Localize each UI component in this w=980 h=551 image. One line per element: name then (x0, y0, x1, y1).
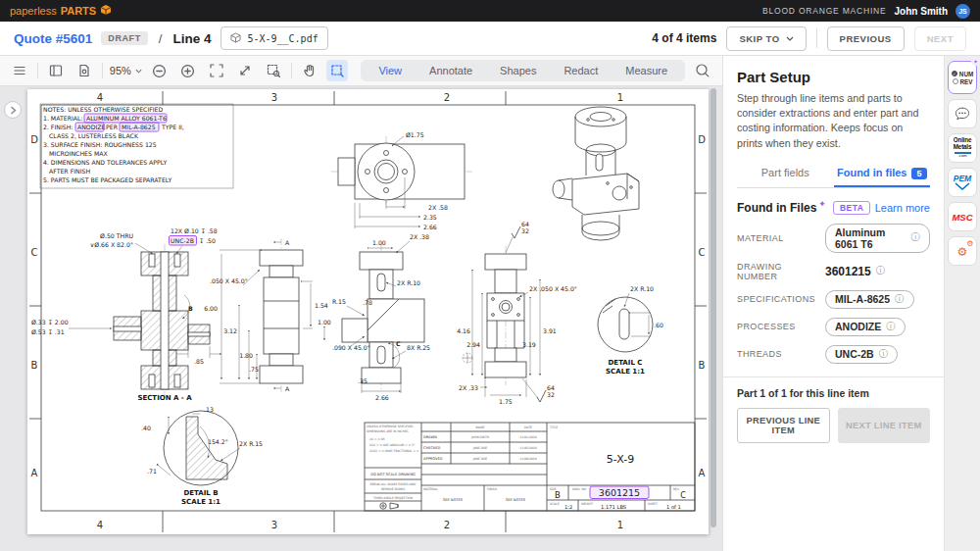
zoom-in-icon[interactable] (177, 60, 199, 81)
dim-label: 2X .050 X 45.0° (529, 285, 577, 292)
view-scale: SCALE 1:1 (606, 368, 645, 376)
marquee-zoom-icon[interactable] (263, 60, 284, 81)
previous-button[interactable]: PREVIOUS (827, 26, 905, 51)
learn-more-link[interactable]: Learn more (875, 202, 930, 214)
dim-label: 1.80 (239, 352, 253, 359)
tab-measure[interactable]: Measure (612, 65, 681, 76)
zoom-out-icon[interactable] (149, 60, 171, 81)
process-pill[interactable]: ANODIZE ⓘ (825, 318, 906, 336)
search-icon[interactable] (692, 60, 713, 81)
weight-value: 1.171 LBS (601, 504, 626, 510)
resize-diagonal-icon[interactable] (234, 60, 256, 81)
dim-label: Ø.50 THRU (100, 232, 133, 239)
zoom-level-value: 95% (110, 65, 131, 76)
quote-link[interactable]: Quote #5601 (14, 31, 92, 46)
chat-button[interactable] (948, 99, 977, 128)
msc-logo: MSC (952, 212, 972, 223)
tab-view[interactable]: View (365, 65, 416, 76)
specification-pill[interactable]: MIL-A-8625 ⓘ (825, 290, 914, 309)
zone-label: C (31, 247, 38, 258)
value-text: 3601215 (825, 265, 871, 278)
tab-found-in-files[interactable]: Found in files5 (834, 161, 931, 187)
dim-label: 1.75 (499, 398, 513, 405)
tab-part-fields[interactable]: Part fields (737, 161, 834, 187)
zone-label: 2 (444, 520, 450, 530)
beta-badge: BETA (833, 201, 871, 215)
tab-annotate[interactable]: Annotate (416, 65, 486, 76)
zone-label: 2 (444, 92, 450, 103)
info-icon[interactable]: ⓘ (895, 293, 905, 306)
tb-text: SEE NOTES (443, 498, 464, 502)
extracted-term[interactable]: ANODIZE (77, 124, 106, 130)
viewer-canvas[interactable]: 4 3 2 1 4 3 2 1 D C B A D C B A (0, 86, 722, 551)
num-rev-toggle[interactable]: ✦ ✓NUM REV (948, 61, 977, 94)
zone-label: D (30, 134, 38, 145)
rev-radio[interactable]: REV (953, 78, 973, 85)
drawing-sheet: 4 3 2 1 4 3 2 1 D C B A D C B A (27, 89, 709, 534)
num-radio[interactable]: ✓NUM (952, 71, 973, 77)
zoom-level-dropdown[interactable]: 95% (110, 65, 142, 76)
info-icon[interactable]: ⓘ (911, 231, 921, 244)
info-icon[interactable]: ⓘ (876, 265, 886, 277)
avatar[interactable]: JS (956, 4, 970, 19)
dim-label: .35 (358, 377, 368, 384)
drawing-page[interactable]: 4 3 2 1 4 3 2 1 D C B A D C B A (27, 89, 709, 534)
extracted-drawing-number[interactable]: 3601215 (599, 487, 640, 498)
page-settings-icon[interactable] (74, 60, 95, 81)
user-name[interactable]: John Smith (895, 6, 948, 17)
dim-label: .78 (363, 299, 372, 306)
extracted-term[interactable]: MIL-A-8625 (122, 124, 156, 130)
finish-mark: 64 (521, 221, 529, 227)
detail-c-view: 2X R.10 .60 DETAIL C SCALE 1:1 (598, 285, 663, 376)
extracted-term[interactable]: ALUMINUM ALLOY 6061-T6 (86, 115, 167, 122)
radio-unchecked-icon (953, 78, 958, 84)
menu-icon[interactable] (9, 60, 30, 81)
chat-bubble-icon (955, 107, 970, 121)
field-row-threads: THREADS UNC-2B ⓘ (737, 345, 930, 364)
info-icon[interactable]: ⓘ (886, 321, 896, 333)
paperless-parts-logo[interactable]: paperlessPARTS (10, 2, 112, 20)
zone-label: B (31, 360, 38, 371)
found-in-files-header: Found in Files (737, 201, 816, 215)
panel-expander-button[interactable] (4, 101, 22, 119)
tb-text: SEE NOTES (506, 498, 526, 502)
tb-text: JANE DOE (472, 446, 488, 450)
tb-text: FINISH (487, 487, 497, 491)
notes-block: NOTES: UNLESS OTHERWISE SPECIFIED 1. MAT… (40, 104, 233, 188)
pan-hand-icon[interactable] (299, 60, 320, 81)
skip-to-button[interactable]: SKIP TO (726, 26, 806, 51)
page-panel-icon[interactable] (45, 60, 67, 81)
finish-mark: 32 (521, 227, 529, 234)
file-name: 5-X-9__C.pdf (247, 33, 318, 44)
dim-label: R.15 (332, 298, 346, 305)
field-row-specifications: SPECIFICATIONS MIL-A-8625 ⓘ (737, 290, 930, 309)
msc-card[interactable]: MSC (948, 202, 977, 231)
part-setup-panel: Part Setup Step through line items and p… (722, 56, 944, 551)
dim-label: 2X .58 (428, 204, 448, 211)
isometric-view (553, 107, 639, 240)
pem-card[interactable]: PEM (948, 168, 977, 197)
zone-label: 4 (97, 520, 103, 530)
dim-label: 1.00 (372, 239, 386, 246)
dim-label: 3.91 (543, 327, 557, 334)
select-tool-icon[interactable] (326, 60, 348, 81)
online-metals-logo-line2: Metals (954, 144, 971, 151)
tb-text: DIMENSIONS ARE IN INCHES (367, 429, 409, 433)
fit-screen-icon[interactable] (206, 60, 227, 81)
vertical-scrollbar[interactable] (710, 88, 716, 527)
pill-value: UNC-2B (835, 348, 874, 360)
extracted-term[interactable]: UNC-2B (171, 237, 194, 244)
thread-pill[interactable]: UNC-2B ⓘ (825, 345, 898, 364)
settings-card[interactable]: ⚙⚙ (948, 236, 977, 266)
info-icon[interactable]: ⓘ (879, 348, 889, 361)
note-line: 5. PARTS MUST BE PACKAGED SEPARATELY (43, 176, 172, 183)
online-metals-card[interactable]: Online Metals .com (948, 133, 977, 163)
material-pill[interactable]: Aluminum 6061 T6 ⓘ (825, 224, 930, 253)
note-line: PER (106, 124, 119, 130)
next-line-item-button[interactable]: NEXT LINE ITEM (838, 408, 931, 443)
tab-redact[interactable]: Redact (550, 65, 612, 76)
previous-line-item-button[interactable]: PREVIOUS LINE ITEM (737, 408, 830, 443)
file-chip[interactable]: 5-X-9__C.pdf (220, 26, 327, 50)
tab-shapes[interactable]: Shapes (486, 65, 550, 76)
next-button[interactable]: NEXT (914, 26, 966, 51)
